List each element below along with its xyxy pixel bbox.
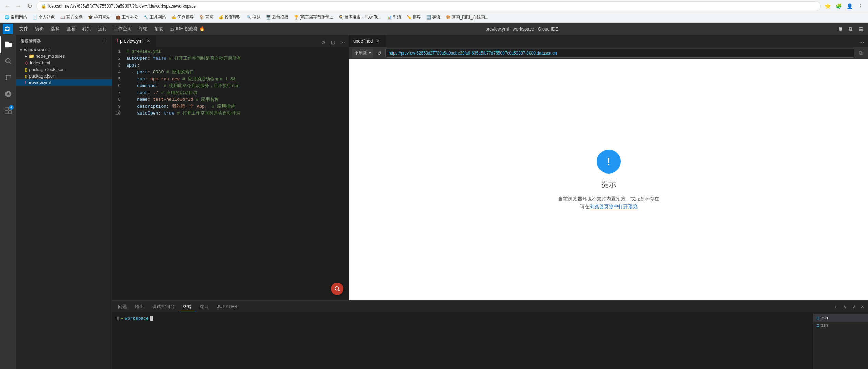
activity-explorer[interactable] xyxy=(0,36,16,53)
tree-item-package-lock[interactable]: {} package-lock.json xyxy=(16,66,112,73)
terminal-split-btn[interactable]: ∧ xyxy=(841,302,849,311)
profile-button[interactable]: 👤 xyxy=(845,1,854,11)
tree-item-package[interactable]: {} package.json xyxy=(16,73,112,79)
preview-reload-btn[interactable]: ↺ xyxy=(375,49,383,57)
menu-edit[interactable]: 编辑 xyxy=(32,24,47,33)
menu-file[interactable]: 文件 xyxy=(16,24,32,33)
bookmark-label-12: 厨房准备 - How To... xyxy=(344,14,381,20)
terminal-instance-icon-1: ⊡ xyxy=(816,316,819,320)
code-editor[interactable]: 1 # preview.yml 2 autoOpen: false # 打开工作… xyxy=(112,47,349,300)
browser-chrome: ← → ↻ 🔒 ⭐ 🧩 👤 ⋮ 🌐 常用网站 📄 个人站点 📖 官方文档 xyxy=(0,0,868,23)
menu-terminal[interactable]: 终端 xyxy=(135,24,151,33)
tree-label: package-lock.json xyxy=(29,67,65,72)
tree-item-index-html[interactable]: ◇ index.html xyxy=(16,59,112,66)
bookmark-template[interactable]: 🖥️ 后台模板 xyxy=(264,14,290,21)
menu-view[interactable]: 查看 xyxy=(63,24,79,33)
activity-debug[interactable] xyxy=(0,86,16,102)
bookmark-blog[interactable]: ✍️ 优秀博客 xyxy=(169,14,196,21)
tree-label: package.json xyxy=(29,73,56,79)
menu-workspace[interactable]: 工作空间 xyxy=(110,24,135,33)
menu-help[interactable]: 帮助 xyxy=(151,24,167,33)
terminal-tab-output[interactable]: 输出 xyxy=(131,302,148,311)
svg-point-2 xyxy=(5,75,7,76)
tab-close-button[interactable]: × xyxy=(145,38,152,44)
bookmark-tools[interactable]: 🔧 工具网站 xyxy=(142,14,168,21)
browser-actions: ⭐ 🧩 👤 ⋮ xyxy=(823,1,865,11)
tree-item-preview-yml[interactable]: ! preview.yml xyxy=(16,79,112,86)
preview-url-bar[interactable] xyxy=(385,49,854,58)
layout-button-1[interactable]: ▣ xyxy=(836,24,845,33)
menu-challenge[interactable]: 云 IDE 挑战赛 🔥 xyxy=(167,24,208,33)
activity-search[interactable] xyxy=(0,53,16,69)
reload-button[interactable]: ↻ xyxy=(25,1,34,11)
activity-git[interactable] xyxy=(0,69,16,86)
address-bar[interactable]: 🔒 xyxy=(36,1,821,11)
back-button[interactable]: ← xyxy=(3,1,12,11)
url-input[interactable] xyxy=(48,4,816,9)
bookmark-label-7: 官网 xyxy=(205,14,213,20)
tab-preview-yml[interactable]: ! preview.yml × xyxy=(112,35,157,47)
bookmark-finance[interactable]: 💰 投资理财 xyxy=(217,14,243,21)
layout-button-3[interactable]: ▤ xyxy=(856,24,865,33)
menu-select[interactable]: 选择 xyxy=(47,24,63,33)
terminal-tab-terminal[interactable]: 终端 xyxy=(179,302,196,311)
terminal-main[interactable]: ◎ → workspace xyxy=(112,313,813,369)
tab-more-btn[interactable]: ⋯ xyxy=(338,38,347,47)
bookmark-traffic[interactable]: 📊 引流 xyxy=(385,14,403,21)
line-number-7: 7 xyxy=(112,90,126,96)
tab-undefined-close[interactable]: × xyxy=(375,38,381,44)
menu-run[interactable]: 运行 xyxy=(95,24,110,33)
activity-extensions[interactable]: 4 xyxy=(0,102,16,119)
tip-link[interactable]: 浏览器页签中打开预览 xyxy=(590,204,638,209)
bookmark-draw[interactable]: 🎨 画画_图图_在线画... xyxy=(444,14,490,21)
tree-workspace-root[interactable]: ▼ WORKSPACE xyxy=(16,47,112,53)
preview-tab-more[interactable]: ⋯ xyxy=(858,38,866,47)
terminal-arrow-icon: → xyxy=(121,316,123,321)
forward-button[interactable]: → xyxy=(14,1,23,11)
terminal-tab-ports[interactable]: 端口 xyxy=(196,302,213,311)
tab-undefined[interactable]: undefined × xyxy=(349,35,386,47)
layout-button-2[interactable]: ⧉ xyxy=(846,24,855,33)
tab-label: preview.yml xyxy=(120,38,143,44)
sidebar-header: 资源管理器 ⋯ xyxy=(16,35,112,47)
svg-point-9 xyxy=(335,287,339,290)
tab-refresh-btn[interactable]: ↺ xyxy=(319,38,328,47)
bookmark-official[interactable]: 🏠 官网 xyxy=(197,14,215,21)
bookmark-docs[interactable]: 📖 官方文档 xyxy=(58,14,85,21)
menu-button[interactable]: ⋮ xyxy=(856,1,865,11)
bookmark-study[interactable]: 🎓 学习网站 xyxy=(86,14,112,21)
workspace-arrow-icon: ▼ xyxy=(19,48,23,52)
bookmark-personal[interactable]: 📄 个人站点 xyxy=(31,14,57,21)
menu-goto[interactable]: 转到 xyxy=(79,24,95,33)
terminal-up-btn[interactable]: ∨ xyxy=(849,302,858,311)
terminal-tab-debug[interactable]: 调试控制台 xyxy=(148,302,179,311)
terminal-instance-2[interactable]: ⊡ zsh xyxy=(813,322,868,329)
search-fab[interactable] xyxy=(331,283,343,295)
terminal-close-btn[interactable]: × xyxy=(858,302,867,311)
bookmark-myblog[interactable]: ✏️ 博客 xyxy=(405,14,423,21)
bookmark-bytedance[interactable]: 🏆 [第三届字节跳动... xyxy=(292,14,335,21)
bookmark-changyon[interactable]: 🌐 常用网站 xyxy=(3,14,29,21)
terminal-instance-1[interactable]: ⊡ zsh xyxy=(813,314,868,322)
preview-url-input[interactable] xyxy=(389,51,851,56)
bookmark-label-15: 英语 xyxy=(432,14,440,20)
bookmark-button[interactable]: ⭐ xyxy=(823,1,832,11)
extension-button[interactable]: 🧩 xyxy=(834,1,843,11)
new-terminal-btn[interactable]: + xyxy=(832,302,840,311)
terminal-cursor xyxy=(150,316,153,321)
terminal-cwd: workspace xyxy=(125,316,149,321)
bookmark-icon-13: 📊 xyxy=(387,15,392,20)
code-line-7: 7 root: ./ # 应用的启动目录 xyxy=(112,90,349,96)
bookmark-label-5: 工具网站 xyxy=(150,14,166,20)
terminal-tab-jupyter[interactable]: JUPYTER xyxy=(213,302,241,311)
new-file-button[interactable]: ⋯ xyxy=(101,38,108,45)
tab-split-btn[interactable]: ⊞ xyxy=(329,38,337,47)
preview-open-new-tab[interactable]: ⧉ xyxy=(856,49,865,58)
bookmark-kitchen[interactable]: 🍳 厨房准备 - How To... xyxy=(336,14,383,21)
bookmark-search[interactable]: 🔍 搜题 xyxy=(245,14,263,21)
bookmark-label-3: 学习网站 xyxy=(94,14,110,20)
bookmark-work[interactable]: 💼 工作办公 xyxy=(114,14,140,21)
tree-item-node-modules[interactable]: ▶ 📁 node_modules xyxy=(16,53,112,59)
terminal-tab-problems[interactable]: 问题 xyxy=(114,302,131,311)
bookmark-english[interactable]: 🔤 英语 xyxy=(424,14,442,21)
